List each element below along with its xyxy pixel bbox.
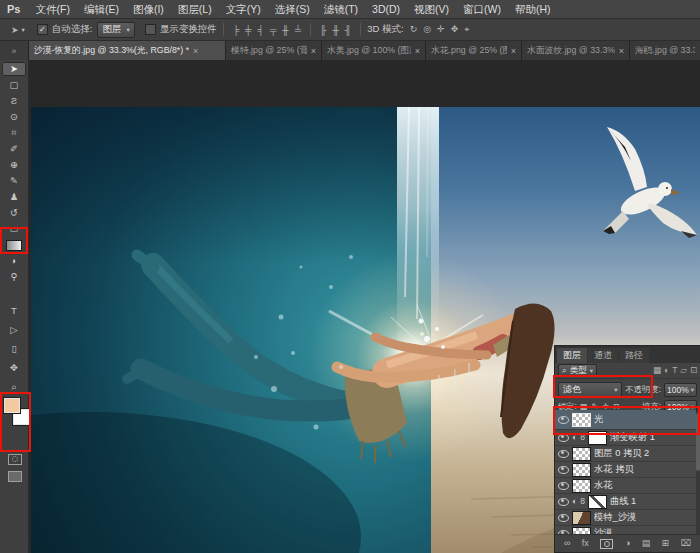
- menu-item[interactable]: 编辑(E): [77, 0, 126, 18]
- clone-stamp-tool[interactable]: ♟: [2, 190, 26, 204]
- filter-kind-icon[interactable]: ▱: [680, 366, 687, 375]
- new-layer-icon[interactable]: ⊞: [662, 539, 670, 548]
- dodge-tool[interactable]: ⚲: [2, 270, 26, 284]
- align-icon[interactable]: ╪: [242, 25, 254, 35]
- layer-row[interactable]: 模特_沙漠: [555, 510, 700, 526]
- menu-item[interactable]: 3D(D): [365, 0, 407, 18]
- document-tab[interactable]: 模特.jpg @ 25% (背景…×: [226, 41, 322, 60]
- hand-tool[interactable]: ✥: [2, 361, 26, 375]
- tab-close-icon[interactable]: ×: [311, 46, 316, 56]
- filter-type-dropdown[interactable]: ⌕ 类型 ▾: [558, 364, 597, 377]
- layer-thumbnail[interactable]: [572, 479, 591, 493]
- eye-visibility-icon[interactable]: [558, 466, 569, 474]
- layer-thumbnail[interactable]: [572, 447, 591, 461]
- healing-brush-tool[interactable]: ⊕: [2, 158, 26, 172]
- mode3d-icon[interactable]: ✥: [448, 24, 462, 35]
- layer-thumbnail[interactable]: [588, 495, 607, 509]
- move-tool[interactable]: ➤: [2, 62, 26, 76]
- filter-kind-icon[interactable]: ▦: [653, 366, 661, 375]
- align-icon[interactable]: ╫: [279, 25, 291, 35]
- document-tab[interactable]: 水美.jpg @ 100% (图层…×: [322, 41, 426, 60]
- eye-visibility-icon[interactable]: [558, 514, 569, 522]
- mode3d-icon[interactable]: ⌖: [461, 24, 472, 35]
- blend-mode-dropdown[interactable]: 滤色 ▾: [558, 382, 622, 398]
- move-tool-preset-icon[interactable]: ➤: [8, 25, 22, 35]
- document-tab[interactable]: 海鸥.jpg @ 33.3% (图层…: [630, 41, 700, 60]
- document-tab[interactable]: 沙漠-恢复的.jpg @ 33.3%(光, RGB/8*) *×: [29, 41, 226, 60]
- tab-close-icon[interactable]: ×: [619, 46, 624, 56]
- menu-item[interactable]: 帮助(H): [508, 0, 558, 18]
- menu-item[interactable]: 图层(L): [171, 0, 219, 18]
- show-transform-checkbox[interactable]: [145, 24, 156, 35]
- mode3d-icon[interactable]: ✛: [434, 24, 448, 35]
- menu-item[interactable]: 文件(F): [28, 0, 76, 18]
- delete-layer-icon[interactable]: ⌧: [681, 539, 691, 548]
- mode3d-icon[interactable]: ◎: [420, 24, 434, 35]
- menu-item[interactable]: 窗口(W): [456, 0, 508, 18]
- panel-tab-路径[interactable]: 路径: [619, 348, 649, 363]
- history-brush-tool[interactable]: ↺: [2, 206, 26, 220]
- tab-close-icon[interactable]: ×: [193, 46, 198, 56]
- eye-visibility-icon[interactable]: [558, 482, 569, 490]
- layer-row[interactable]: 水花: [555, 478, 700, 494]
- align-icon[interactable]: ╞: [230, 25, 242, 35]
- eye-visibility-icon[interactable]: [558, 416, 569, 424]
- layer-row[interactable]: 光: [555, 410, 700, 430]
- menu-item[interactable]: 图像(I): [126, 0, 171, 18]
- layer-row[interactable]: ◐8曲线 1: [555, 494, 700, 510]
- eraser-tool[interactable]: ▭: [2, 222, 26, 236]
- tab-close-icon[interactable]: ×: [415, 46, 420, 56]
- eye-visibility-icon[interactable]: [558, 450, 569, 458]
- distribute-icon[interactable]: ╢: [342, 25, 354, 35]
- lasso-tool[interactable]: Ƨ: [2, 94, 26, 108]
- auto-select-checkbox[interactable]: ✓: [37, 24, 48, 35]
- tools-collapse-icon[interactable]: »: [0, 41, 29, 60]
- distribute-icon[interactable]: ╫: [329, 25, 341, 35]
- link-layers-icon[interactable]: ∞: [564, 539, 570, 548]
- panel-tab-图层[interactable]: 图层: [557, 348, 587, 363]
- layer-row[interactable]: ◐8渐变映射 1: [555, 430, 700, 446]
- filter-kind-icon[interactable]: ⊡: [690, 366, 697, 375]
- menu-item[interactable]: 滤镜(T): [317, 0, 365, 18]
- eye-visibility-icon[interactable]: [558, 434, 569, 442]
- crop-tool[interactable]: ⌗: [2, 126, 26, 140]
- zoom-tool[interactable]: ⌕: [2, 380, 26, 394]
- document-tab[interactable]: 水面波纹.jpg @ 33.3%(…×: [522, 41, 630, 60]
- gradient-tool[interactable]: [2, 238, 26, 252]
- screen-mode-icon[interactable]: [8, 471, 22, 482]
- layer-effects-icon[interactable]: fx: [582, 539, 589, 548]
- tab-close-icon[interactable]: ×: [511, 46, 516, 56]
- menu-item[interactable]: 文字(Y): [219, 0, 268, 18]
- align-icon[interactable]: ╧: [292, 25, 304, 35]
- adjustment-layer-icon[interactable]: ◑: [625, 539, 630, 548]
- quick-select-tool[interactable]: ⊙: [2, 110, 26, 124]
- layer-thumbnail[interactable]: [588, 431, 607, 445]
- eye-visibility-icon[interactable]: [558, 498, 569, 506]
- blur-tool[interactable]: ◗: [2, 254, 26, 268]
- tool-preset-caret-icon[interactable]: ▾: [22, 26, 25, 34]
- new-group-icon[interactable]: ▤: [642, 539, 651, 548]
- layer-row[interactable]: 图层 0 拷贝 2: [555, 446, 700, 462]
- shape-tool[interactable]: ▯: [2, 342, 26, 356]
- mode3d-icon[interactable]: ↻: [407, 24, 421, 35]
- filter-kind-icon[interactable]: ◐: [664, 366, 669, 375]
- quick-mask-icon[interactable]: [8, 454, 22, 465]
- align-icon[interactable]: ╡: [255, 25, 267, 35]
- marquee-tool[interactable]: ▢: [2, 78, 26, 92]
- document-tab[interactable]: 水花.png @ 25% (图层…×: [426, 41, 522, 60]
- align-icon[interactable]: ╤: [267, 25, 279, 35]
- layer-thumbnail[interactable]: [572, 413, 591, 427]
- layers-scrollbar[interactable]: [696, 410, 700, 535]
- layer-row[interactable]: 水花 拷贝: [555, 462, 700, 478]
- panel-tab-通道[interactable]: 通道: [588, 348, 618, 363]
- distribute-icon[interactable]: ╟: [317, 25, 329, 35]
- auto-select-dropdown[interactable]: 图层 ▾: [97, 22, 134, 38]
- add-mask-icon[interactable]: [600, 539, 613, 549]
- type-tool[interactable]: T: [2, 304, 26, 318]
- eyedropper-tool[interactable]: ✐: [2, 142, 26, 156]
- path-select-tool[interactable]: ▷: [2, 323, 26, 337]
- layer-thumbnail[interactable]: [572, 511, 591, 525]
- foreground-color-swatch[interactable]: [4, 398, 20, 413]
- menu-item[interactable]: 视图(V): [407, 0, 456, 18]
- brush-tool[interactable]: ✎: [2, 174, 26, 188]
